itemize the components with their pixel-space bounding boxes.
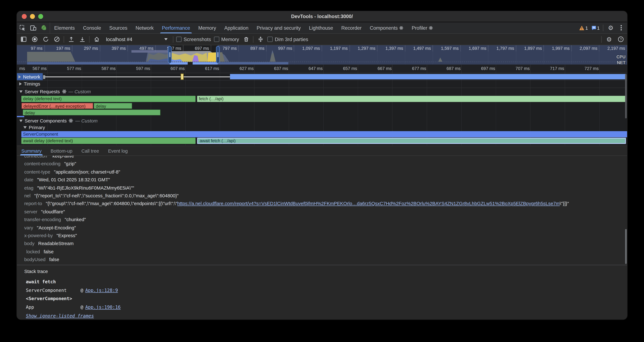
overview-tick: 1,197 ms [322,45,350,51]
overview-tick: 797 ms [211,45,239,51]
tab-recorder[interactable]: Recorder [337,22,366,33]
overview-tick-label: 197 ms [56,46,70,51]
atom-icon [69,118,73,123]
overview-tick-label: 1,597 ms [441,46,458,51]
save-profile-icon[interactable] [78,35,86,44]
collect-garbage-icon[interactable] [242,35,250,44]
timeline-entry[interactable]: delay [23,109,160,116]
timeline-entry[interactable]: delayedError (…ayed exception) [22,103,93,109]
dim-3rd-parties-checkbox[interactable]: Dim 3rd parties [267,36,308,42]
network-request-bar[interactable] [230,74,626,80]
tab-elements[interactable]: Elements [50,22,79,33]
overview-tick-label: 1,697 ms [469,46,486,51]
server-components-track-label: Server Components [25,118,67,123]
timeline-overview[interactable]: 97 ms197 ms297 ms397 ms497 ms597 ms697 m… [17,45,627,65]
ruler-tick-label: 667 ms [378,66,392,71]
capture-settings-gear-icon[interactable]: ⚙ [605,35,613,44]
server-requests-track-header[interactable]: Server Requests — Custom [17,88,627,95]
stack-frame-location-link[interactable]: App.js:190:16 [85,303,120,311]
property-value-prefix: "{\"group\":\"cf-nel\",\"max_age\":60480… [46,201,177,206]
tab-bottom-up[interactable]: Bottom-up [46,146,77,155]
overview-tick-label: 497 ms [139,46,154,51]
overview-tick-label: 897 ms [250,46,264,51]
disclosure-down-icon[interactable] [19,90,23,93]
property-value: "Express" [56,233,77,238]
titlebar: DevTools - localhost:3000/ [17,11,627,22]
overview-tick: 1,097 ms [294,45,322,51]
tab-label: Profiler [412,25,428,31]
toggle-sidebar-icon[interactable] [19,35,28,44]
disclosure-down-icon[interactable] [24,126,27,129]
selection-handle-left[interactable] [168,46,172,63]
checkbox-box[interactable] [176,37,182,42]
report-to-url-link[interactable]: https://a.nel.cloudflare.com/report/v4?s… [177,201,560,206]
tab-lighthouse[interactable]: Lighthouse [305,22,337,33]
network-request-marker[interactable] [181,74,184,80]
disclosure-right-icon[interactable] [18,75,21,78]
property-key: vary [24,225,33,230]
property-row: connection"keep-alive" [24,156,627,160]
property-value: false [44,249,54,254]
tab-memory[interactable]: Memory [194,22,220,33]
overview-tick-label: 297 ms [84,46,98,51]
tab-performance[interactable]: Performance [158,22,194,33]
tab-call-tree[interactable]: Call tree [77,146,104,155]
tab-profiler[interactable]: Profiler [408,22,437,33]
checkbox-box[interactable] [267,37,273,42]
timeline-entry[interactable]: await delay (deferred text) [22,138,196,144]
tab-event-log[interactable]: Event log [104,146,132,155]
ruler-tick-label: 657 ms [343,66,357,71]
inspect-element-icon[interactable] [18,24,27,32]
tab-network[interactable]: Network [132,22,158,33]
stack-frame-at: @ [80,303,83,311]
disclosure-down-icon[interactable] [19,119,23,122]
details-scrollbar[interactable] [625,229,627,264]
timeline-entry[interactable]: ServerComponent [22,131,627,137]
disclosure-right-icon[interactable] [19,82,22,86]
property-key: x-powered-by [24,233,53,238]
checkbox-box[interactable] [214,37,219,42]
timeline-entry[interactable]: delay (deferred text) [22,96,196,102]
home-icon[interactable] [92,35,100,44]
tab-sources[interactable]: Sources [105,22,132,33]
record-button[interactable] [30,35,39,44]
tracks-scrollbar[interactable] [625,74,627,119]
help-icon[interactable]: ? [616,35,625,44]
load-profile-icon[interactable] [67,35,75,44]
network-track-label-chip[interactable]: Network [17,73,43,80]
overview-tick-label: 2,197 ms [608,46,625,51]
ruler-tick-label: 577 ms [67,66,81,71]
timeline-ruler: ms 567 ms577 ms587 ms597 ms607 ms617 ms6… [17,65,627,73]
server-components-track-header[interactable]: Server Components — Custom [17,117,627,124]
selection-handle-right[interactable] [216,46,220,63]
timeline-entry[interactable]: delay [94,103,132,109]
device-toolbar-icon[interactable] [29,24,38,32]
clear-button[interactable] [52,35,61,44]
timeline-entry[interactable]: fetch (…/api) [197,96,626,102]
tab-application[interactable]: Application [220,22,252,33]
tab-console[interactable]: Console [79,22,105,33]
timeline-entry[interactable]: await fetch (…/api) [197,138,626,144]
warnings-badge[interactable]: 1 [579,25,588,30]
overview-tick: 97 ms [17,45,44,51]
tab-components[interactable]: Components [366,22,408,33]
throttling-icon[interactable] [256,35,264,44]
ruler-tick-label: 677 ms [412,66,426,71]
property-row: server"cloudflare" [24,208,627,216]
network-request-whisker[interactable] [45,77,230,77]
timeline-entry-label: delay [96,103,106,108]
tab-summary[interactable]: Summary [17,146,46,155]
cpu-label: CPU [616,54,626,59]
stack-frame-location-link[interactable]: App.js:128:9 [85,286,118,295]
more-options-icon[interactable] [618,25,624,31]
issues-badge[interactable]: 1 [591,25,600,30]
history-select[interactable]: localhost #4 [104,36,170,43]
show-ignore-listed-frames-link[interactable]: Show ignore-listed frames [24,313,94,319]
record-and-reload-button[interactable] [42,35,50,44]
primary-group-header[interactable]: Primary [17,124,627,131]
screenshots-checkbox[interactable]: Screenshots [176,36,211,42]
timings-track-header[interactable]: Timings [17,80,627,88]
settings-gear-icon[interactable]: ⚙ [606,24,615,32]
memory-checkbox[interactable]: Memory [214,36,239,42]
tab-privacy-and-security[interactable]: Privacy and security [252,22,305,33]
